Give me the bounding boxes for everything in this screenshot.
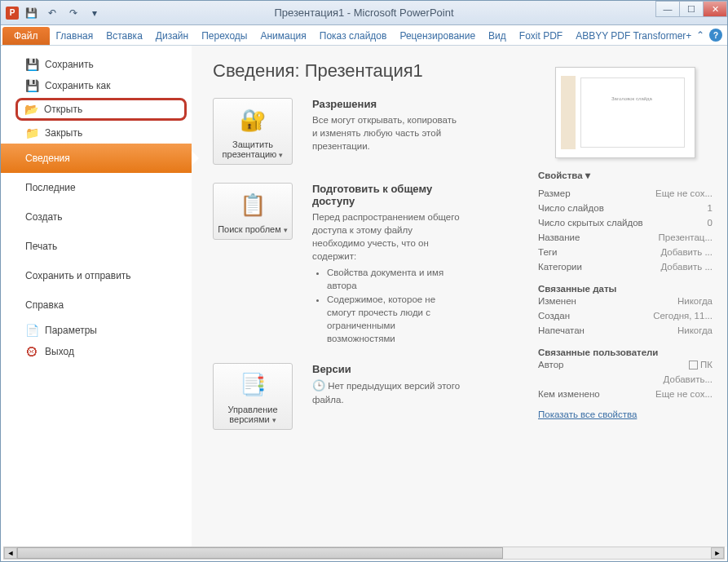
chevron-down-icon: ▾: [272, 416, 276, 424]
save-icon: 💾: [25, 58, 38, 71]
qat-redo-button[interactable]: ↷: [64, 4, 82, 22]
tab-design[interactable]: Дизайн: [149, 27, 195, 45]
window-title: Презентация1 - Microsoft PowerPoint: [274, 7, 453, 19]
tab-animation[interactable]: Анимация: [254, 27, 312, 45]
qat-save-button[interactable]: 💾: [22, 4, 40, 22]
sidebar-info[interactable]: Сведения: [1, 144, 192, 173]
prop-categories[interactable]: КатегорииДобавить ...: [538, 259, 713, 274]
prepare-share-li2: Содержимое, которое не смогут прочесть л…: [327, 293, 461, 345]
versions-text: 🕒 Нет предыдущих версий этого файла.: [312, 378, 461, 406]
scroll-thumb[interactable]: [17, 547, 503, 559]
tab-home[interactable]: Главная: [50, 27, 100, 45]
sidebar-share[interactable]: Сохранить и отправить: [1, 261, 192, 290]
saveas-icon: 💾: [25, 79, 38, 92]
prepare-share-li1: Свойства документа и имя автора: [327, 266, 461, 292]
file-tab[interactable]: Файл: [2, 27, 50, 45]
prop-changedby: Кем измененоЕще не сох...: [538, 387, 713, 401]
exit-icon: ⮿: [25, 345, 38, 358]
prop-slides: Число слайдов1: [538, 201, 713, 215]
slide-thumbnail[interactable]: Заголовок слайда: [555, 67, 695, 158]
prop-author[interactable]: АвторПК: [538, 357, 713, 372]
protect-presentation-button[interactable]: 🔐 Защитить презентацию ▾: [213, 98, 293, 165]
prepare-share-text: Перед распространением общего доступа к …: [312, 210, 461, 263]
tab-view[interactable]: Вид: [482, 27, 513, 45]
app-window: P 💾 ↶ ↷ ▾ Презентация1 - Microsoft Power…: [0, 0, 728, 562]
horizontal-scrollbar[interactable]: ◄ ►: [3, 547, 725, 560]
prop-printed: НапечатанНикогда: [538, 323, 713, 338]
info-panel: Сведения: Презентация1 🔐 Защитить презен…: [192, 46, 727, 547]
chevron-down-icon: ▾: [279, 151, 283, 159]
chevron-down-icon: ▾: [284, 226, 288, 234]
sidebar-options[interactable]: 📄Параметры: [1, 320, 192, 341]
scroll-right-icon[interactable]: ►: [711, 547, 724, 559]
tab-abbyy[interactable]: ABBYY PDF Transformer+: [569, 27, 698, 45]
backstage-sidebar: 💾Сохранить 💾Сохранить как 📂Открыть 📁Закр…: [1, 46, 192, 547]
maximize-button[interactable]: ☐: [679, 1, 704, 17]
users-heading: Связанные пользователи: [538, 347, 713, 357]
tab-insert[interactable]: Вставка: [99, 27, 149, 45]
versions-heading: Версии: [312, 363, 461, 375]
prop-hidden: Число скрытых слайдов0: [538, 215, 713, 230]
prop-title[interactable]: НазваниеПрезентац...: [538, 230, 713, 245]
powerpoint-icon: P: [6, 7, 19, 20]
show-all-properties-link[interactable]: Показать все свойства: [538, 409, 637, 419]
sidebar-help[interactable]: Справка: [1, 290, 192, 320]
versions-icon: 📑: [238, 370, 267, 400]
prepare-share-heading: Подготовить к общему доступу: [312, 183, 461, 207]
sidebar-saveas[interactable]: 💾Сохранить как: [1, 75, 192, 96]
manage-versions-button[interactable]: 📑 Управление версиями ▾: [213, 363, 293, 430]
ribbon-tabs: Файл Главная Вставка Дизайн Переходы Ани…: [1, 25, 727, 46]
tab-slideshow[interactable]: Показ слайдов: [313, 27, 394, 45]
check-issues-button[interactable]: 📋 Поиск проблем ▾: [213, 183, 293, 240]
minimize-button[interactable]: —: [655, 1, 680, 17]
lock-key-icon: 🔐: [238, 105, 267, 135]
sidebar-close[interactable]: 📁Закрыть: [1, 122, 192, 144]
prop-created: СозданСегодня, 11...: [538, 308, 713, 323]
sidebar-recent[interactable]: Последние: [1, 173, 192, 202]
sidebar-exit[interactable]: ⮿Выход: [1, 341, 192, 362]
sidebar-save[interactable]: 💾Сохранить: [1, 54, 192, 75]
properties-dropdown[interactable]: Свойства ▾: [538, 170, 713, 181]
prop-author-add[interactable]: Добавить...: [538, 372, 713, 387]
checklist-icon: 📋: [238, 190, 267, 219]
qat-undo-button[interactable]: ↶: [43, 4, 61, 22]
prop-modified: ИзмененНикогда: [538, 294, 713, 308]
sidebar-open[interactable]: 📂Открыть: [15, 98, 187, 121]
permissions-heading: Разрешения: [312, 98, 461, 110]
properties-panel: Заголовок слайда Свойства ▾ РазмерЕще не…: [538, 60, 727, 448]
prop-tags[interactable]: ТегиДобавить ...: [538, 245, 713, 259]
tab-foxit[interactable]: Foxit PDF: [513, 27, 569, 45]
folder-icon: 📁: [25, 126, 38, 139]
close-button[interactable]: ✕: [703, 1, 727, 17]
prop-size: РазмерЕще не сох...: [538, 186, 713, 201]
scroll-left-icon[interactable]: ◄: [4, 547, 17, 559]
options-icon: 📄: [25, 324, 38, 337]
tab-review[interactable]: Рецензирование: [393, 27, 482, 45]
page-title: Сведения: Презентация1: [213, 60, 538, 82]
permissions-text: Все могут открывать, копировать и изменя…: [312, 113, 461, 153]
titlebar: P 💾 ↶ ↷ ▾ Презентация1 - Microsoft Power…: [1, 1, 727, 25]
tab-transitions[interactable]: Переходы: [195, 27, 254, 45]
dates-heading: Связанные даты: [538, 284, 713, 294]
help-icon[interactable]: ?: [709, 29, 722, 42]
ribbon-minimize-icon[interactable]: ⌃: [696, 29, 704, 41]
qat-customize-button[interactable]: ▾: [86, 4, 104, 22]
folder-open-icon: 📂: [24, 103, 38, 116]
sidebar-print[interactable]: Печать: [1, 232, 192, 261]
thumb-title-text: Заголовок слайда: [611, 96, 652, 101]
sidebar-new[interactable]: Создать: [1, 202, 192, 232]
